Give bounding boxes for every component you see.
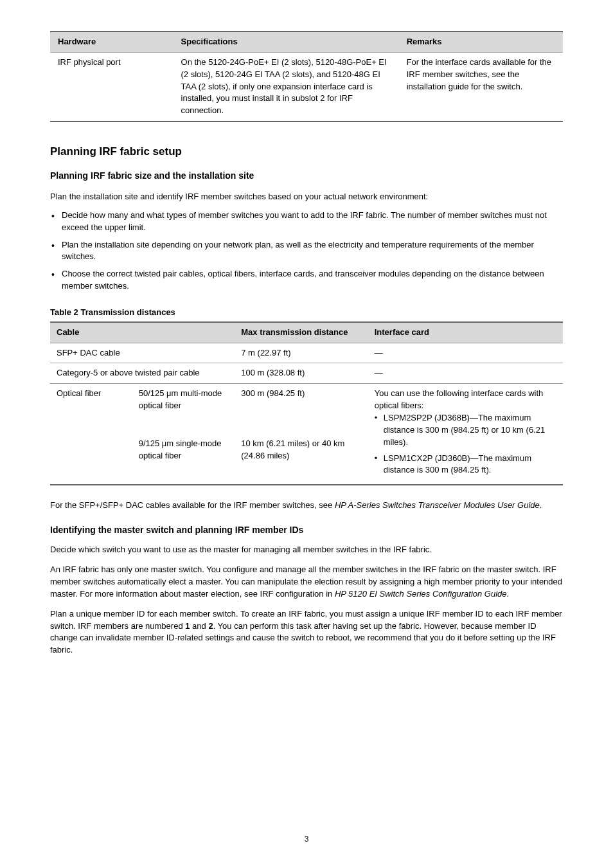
list-item: Plan the installation site depending on … bbox=[62, 239, 563, 264]
text-run: and bbox=[190, 621, 208, 631]
t2-fiber-dist: 10 km (6.21 miles) or 40 km (24.86 miles… bbox=[235, 434, 368, 485]
intro-paragraph: Plan the installation site and identify … bbox=[50, 191, 563, 203]
t2-fiber-label: Optical fiber bbox=[50, 384, 132, 485]
hardware-specs-table: Hardware Specifications Remarks IRF phys… bbox=[50, 31, 563, 122]
t2-fiber-sub: 9/125 μm single-mode optical fiber bbox=[132, 434, 235, 485]
t1-h2: Specifications bbox=[173, 32, 399, 52]
t2-fiber-dist: 300 m (984.25 ft) bbox=[235, 384, 368, 434]
t2-h1: Cable bbox=[50, 322, 235, 343]
t2-card: — bbox=[368, 343, 563, 363]
t2-cable: Category-5 or above twisted pair cable bbox=[50, 363, 235, 384]
list-item: LSPM2SP2P (JD368B)—The maximum distance … bbox=[384, 412, 556, 449]
t2-cable: SFP+ DAC cable bbox=[50, 343, 235, 363]
t1-hw: IRF physical port bbox=[50, 52, 173, 122]
t2-dist: 100 m (328.08 ft) bbox=[235, 363, 368, 384]
t2-fiber-card: You can use the following interface card… bbox=[368, 384, 563, 485]
doc-title-ital: HP 5120 EI Switch Series Configuration G… bbox=[335, 589, 507, 599]
planning-bullets: Decide how many and what types of member… bbox=[50, 210, 563, 293]
list-item: LSPM1CX2P (JD360B)—The maximum distance … bbox=[384, 453, 556, 477]
t1-rem: For the interface cards available for th… bbox=[399, 52, 563, 122]
body-subheading: Identifying the master switch and planni… bbox=[50, 523, 563, 536]
list-item: Decide how many and what types of member… bbox=[62, 210, 563, 234]
page-number: 3 bbox=[0, 834, 613, 845]
t2-fiber-sub: 50/125 μm multi-mode optical fiber bbox=[132, 384, 235, 434]
text-run: . bbox=[540, 500, 542, 510]
body-text: For the SFP+/SFP+ DAC cables available f… bbox=[50, 500, 563, 656]
section-heading: Planning IRF fabric setup bbox=[50, 144, 563, 160]
fiber-card-intro: You can use the following interface card… bbox=[375, 388, 544, 410]
t1-h3: Remarks bbox=[399, 32, 563, 52]
t1-h1: Hardware bbox=[50, 32, 173, 52]
transmission-distance-table: Cable Max transmission distance Interfac… bbox=[50, 321, 563, 485]
fiber-card-list: LSPM2SP2P (JD368B)—The maximum distance … bbox=[375, 412, 556, 476]
table-row: IRF physical port On the 5120-24G-PoE+ E… bbox=[50, 52, 563, 122]
body-paragraph: An IRF fabric has only one master switch… bbox=[50, 564, 563, 601]
table-row: SFP+ DAC cable 7 m (22.97 ft) — bbox=[50, 343, 563, 363]
text-run: For the SFP+/SFP+ DAC cables available f… bbox=[50, 500, 335, 510]
table2-caption: Table 2 Transmission distances bbox=[50, 307, 563, 319]
body-paragraph: For the SFP+/SFP+ DAC cables available f… bbox=[50, 500, 563, 512]
body-paragraph: Decide which switch you want to use as t… bbox=[50, 544, 563, 556]
t1-spec: On the 5120-24G-PoE+ EI (2 slots), 5120-… bbox=[173, 52, 399, 122]
table-row: Optical fiber 50/125 μm multi-mode optic… bbox=[50, 384, 563, 434]
number-bold: 2 bbox=[208, 621, 213, 631]
table-row: Category-5 or above twisted pair cable 1… bbox=[50, 363, 563, 384]
t2-h3: Interface card bbox=[368, 322, 563, 343]
t2-dist: 7 m (22.97 ft) bbox=[235, 343, 368, 363]
text-run: . bbox=[507, 589, 510, 599]
body-paragraph: Plan a unique member ID for each member … bbox=[50, 608, 563, 656]
t2-card: — bbox=[368, 363, 563, 384]
list-item: Choose the correct twisted pair cables, … bbox=[62, 268, 563, 293]
t2-h2: Max transmission distance bbox=[235, 322, 368, 343]
section-subheading: Planning IRF fabric size and the install… bbox=[50, 169, 563, 182]
doc-title-ital: HP A-Series Switches Transceiver Modules… bbox=[335, 500, 540, 510]
